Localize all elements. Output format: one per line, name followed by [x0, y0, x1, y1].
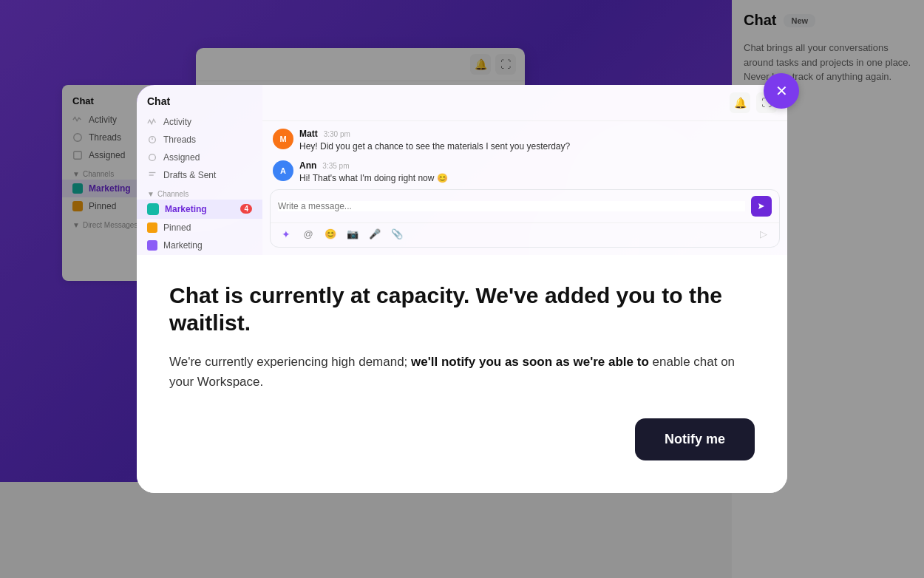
svg-marker-8	[758, 203, 764, 209]
modal-avatar-matt: M	[273, 129, 293, 149]
video-icon[interactable]: 📷	[344, 226, 361, 242]
sidebar-mini-assigned: Assigned	[137, 149, 262, 166]
mic-icon[interactable]: 🎤	[367, 226, 383, 242]
modal: ✕ Chat Activity Threads A	[137, 85, 787, 493]
sidebar-mini-marketing: Marketing 4	[137, 200, 262, 219]
chat-sidebar-mini: Chat Activity Threads Assigned Drafts & …	[137, 85, 262, 255]
chat-toolbar: ✦ @ 😊 📷 🎤 📎 ▷	[271, 222, 779, 247]
modal-ann-name: Ann	[299, 160, 316, 171]
close-icon: ✕	[775, 82, 788, 100]
modal-matt-text: Hey! Did you get a chance to see the mat…	[299, 140, 777, 153]
modal-ann-time: 3:35 pm	[322, 162, 349, 170]
modal-avatar-ann: A	[273, 160, 293, 181]
svg-point-5	[149, 154, 156, 160]
modal-ann-text: Hi! That's what I'm doing right now 😊	[299, 172, 777, 185]
close-button[interactable]: ✕	[764, 73, 799, 109]
sidebar-mini-drafts: Drafts & Sent	[137, 166, 262, 184]
modal-description: We're currently experiencing high demand…	[169, 352, 755, 392]
notify-button[interactable]: Notify me	[635, 418, 755, 460]
modal-matt-name: Matt	[299, 129, 318, 139]
sidebar-mini-channels2: Channels	[137, 254, 262, 255]
modal-msg-matt: M Matt 3:30 pm Hey! Did you get a chance…	[273, 129, 777, 153]
modal-top: Chat Activity Threads Assigned Drafts & …	[137, 85, 787, 255]
chat-input[interactable]	[278, 201, 745, 211]
notify-button-label: Notify me	[665, 432, 725, 446]
modal-chat-header: 🔔 ⛶	[262, 85, 787, 121]
sidebar-mini-pinned: Pinned	[137, 219, 262, 237]
send-icon[interactable]: ▷	[755, 226, 772, 242]
modal-chat-body: M Matt 3:30 pm Hey! Did you get a chance…	[262, 121, 787, 189]
modal-desc-normal: We're currently experiencing high demand…	[169, 355, 407, 369]
sidebar-mini-activity: Activity	[137, 113, 262, 131]
send-button-mini[interactable]	[751, 196, 772, 217]
modal-title: Chat is currently at capacity. We've add…	[169, 282, 755, 337]
modal-overlay: ✕ Chat Activity Threads A	[0, 0, 924, 578]
sidebar-mini-threads: Threads	[137, 131, 262, 149]
modal-chat-messages: 🔔 ⛶ M Matt 3:30 pm Hey! Did you get a ch…	[262, 85, 787, 255]
sidebar-mini-title: Chat	[137, 94, 262, 113]
sidebar-mini-channels: ▼ Channels	[137, 184, 262, 200]
ai-sparkle-icon[interactable]: ✦	[278, 226, 294, 242]
modal-desc-bold: we'll notify you as soon as we're able t…	[411, 355, 649, 369]
modal-msg-ann: A Ann 3:35 pm Hi! That's what I'm doing …	[273, 160, 777, 185]
emoji-icon[interactable]: 😊	[322, 226, 339, 242]
sidebar-mini-mktg2: Marketing	[137, 237, 262, 254]
modal-matt-time: 3:30 pm	[324, 130, 350, 138]
modal-bottom: Chat is currently at capacity. We've add…	[137, 255, 787, 493]
bell-button[interactable]: 🔔	[730, 92, 750, 113]
attach-icon[interactable]: 📎	[389, 226, 405, 242]
mention-icon[interactable]: @	[300, 226, 316, 242]
modal-chat-input-area: ✦ @ 😊 📷 🎤 📎 ▷	[270, 189, 780, 248]
